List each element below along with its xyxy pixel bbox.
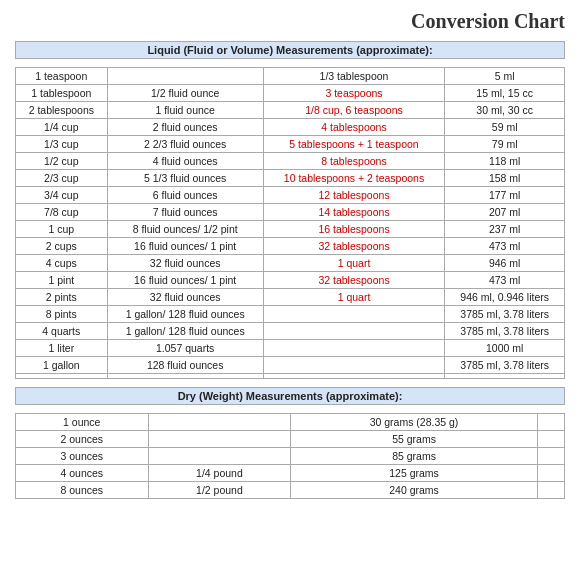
table-cell: 158 ml: [445, 170, 565, 187]
table-cell: 1 fluid ounce: [107, 102, 263, 119]
table-cell: 946 ml: [445, 255, 565, 272]
table-cell: [263, 323, 445, 340]
table-row: 1/3 cup2 2/3 fluid ounces5 tablespoons +…: [16, 136, 565, 153]
table-cell: [107, 68, 263, 85]
table-row: 3/4 cup6 fluid ounces12 tablespoons177 m…: [16, 187, 565, 204]
table-cell: 14 tablespoons: [263, 204, 445, 221]
table-cell: [148, 448, 291, 465]
table-cell: [148, 414, 291, 431]
table-cell: [263, 306, 445, 323]
table-cell: 125 grams: [291, 465, 538, 482]
table-cell: 1 tablespoon: [16, 85, 108, 102]
liquid-table: Liquid (Fluid or Volume) Measurements (a…: [15, 41, 565, 59]
table-row: 8 pints1 gallon/ 128 fluid ounces3785 ml…: [16, 306, 565, 323]
table-cell: 1 gallon/ 128 fluid ounces: [107, 306, 263, 323]
table-cell: 240 grams: [291, 482, 538, 499]
table-cell: 3 teaspoons: [263, 85, 445, 102]
table-cell: 3/4 cup: [16, 187, 108, 204]
table-cell: 8 ounces: [16, 482, 149, 499]
table-cell: 32 tablespoons: [263, 238, 445, 255]
table-cell: 1 gallon: [16, 357, 108, 374]
table-cell: 177 ml: [445, 187, 565, 204]
table-cell: [537, 465, 564, 482]
table-cell: 12 tablespoons: [263, 187, 445, 204]
table-cell: 1 ounce: [16, 414, 149, 431]
table-cell: 55 grams: [291, 431, 538, 448]
table-row: 4 ounces1/4 pound125 grams: [16, 465, 565, 482]
table-cell: 30 ml, 30 cc: [445, 102, 565, 119]
table-cell: 30 grams (28.35 g): [291, 414, 538, 431]
table-cell: 3785 ml, 3.78 liters: [445, 323, 565, 340]
table-cell: 946 ml, 0.946 liters: [445, 289, 565, 306]
table-cell: 3 ounces: [16, 448, 149, 465]
table-row: 4 quarts1 gallon/ 128 fluid ounces3785 m…: [16, 323, 565, 340]
table-cell: 5 tablespoons + 1 teaspoon: [263, 136, 445, 153]
table-row: 2 tablespoons1 fluid ounce1/8 cup, 6 tea…: [16, 102, 565, 119]
table-row: 2 cups16 fluid ounces/ 1 pint32 tablespo…: [16, 238, 565, 255]
liquid-section-header: Liquid (Fluid or Volume) Measurements (a…: [16, 42, 565, 59]
table-cell: [537, 482, 564, 499]
table-cell: 118 ml: [445, 153, 565, 170]
dry-section-table: Dry (Weight) Measurements (approximate):: [15, 387, 565, 405]
table-cell: 3785 ml, 3.78 liters: [445, 357, 565, 374]
table-cell: 5 1/3 fluid ounces: [107, 170, 263, 187]
liquid-data-table: 1 teaspoon1/3 tablespoon5 ml1 tablespoon…: [15, 67, 565, 379]
table-cell: 1/3 tablespoon: [263, 68, 445, 85]
table-cell: 1 pint: [16, 272, 108, 289]
table-cell: 16 fluid ounces/ 1 pint: [107, 272, 263, 289]
table-cell: 1/2 pound: [148, 482, 291, 499]
table-cell: 207 ml: [445, 204, 565, 221]
table-cell: 85 grams: [291, 448, 538, 465]
table-cell: 8 fluid ounces/ 1/2 pint: [107, 221, 263, 238]
table-cell: 4 cups: [16, 255, 108, 272]
table-cell: 16 tablespoons: [263, 221, 445, 238]
table-cell: 1000 ml: [445, 340, 565, 357]
table-cell: 1 gallon/ 128 fluid ounces: [107, 323, 263, 340]
table-cell: 7 fluid ounces: [107, 204, 263, 221]
table-cell: 1 teaspoon: [16, 68, 108, 85]
table-cell: 4 fluid ounces: [107, 153, 263, 170]
table-cell: 32 fluid ounces: [107, 255, 263, 272]
table-cell: 4 ounces: [16, 465, 149, 482]
table-cell: 1 liter: [16, 340, 108, 357]
table-row: 4 cups32 fluid ounces1 quart946 ml: [16, 255, 565, 272]
table-row: 1 gallon128 fluid ounces3785 ml, 3.78 li…: [16, 357, 565, 374]
table-cell: [537, 431, 564, 448]
table-cell: 2 cups: [16, 238, 108, 255]
table-cell: 128 fluid ounces: [107, 357, 263, 374]
table-cell: 1/8 cup, 6 teaspoons: [263, 102, 445, 119]
table-cell: 1/4 pound: [148, 465, 291, 482]
table-cell: 4 quarts: [16, 323, 108, 340]
table-cell: [263, 357, 445, 374]
table-cell: 473 ml: [445, 272, 565, 289]
table-row: 1 pint16 fluid ounces/ 1 pint32 tablespo…: [16, 272, 565, 289]
table-cell: [148, 431, 291, 448]
dry-section-header: Dry (Weight) Measurements (approximate):: [16, 388, 565, 405]
table-cell: 473 ml: [445, 238, 565, 255]
table-cell: 2 tablespoons: [16, 102, 108, 119]
table-cell: 5 ml: [445, 68, 565, 85]
table-cell: 15 ml, 15 cc: [445, 85, 565, 102]
table-cell: 32 tablespoons: [263, 272, 445, 289]
table-row: 8 ounces1/2 pound240 grams: [16, 482, 565, 499]
table-row: 1 liter1.057 quarts1000 ml: [16, 340, 565, 357]
table-cell: [263, 340, 445, 357]
table-cell: 1 quart: [263, 255, 445, 272]
table-cell: 3785 ml, 3.78 liters: [445, 306, 565, 323]
table-row: 2 pints32 fluid ounces1 quart946 ml, 0.9…: [16, 289, 565, 306]
table-cell: 1 quart: [263, 289, 445, 306]
table-row: 1 tablespoon1/2 fluid ounce3 teaspoons15…: [16, 85, 565, 102]
table-row: 1 teaspoon1/3 tablespoon5 ml: [16, 68, 565, 85]
table-cell: 1/2 cup: [16, 153, 108, 170]
table-row: 1 ounce30 grams (28.35 g): [16, 414, 565, 431]
table-row: 7/8 cup7 fluid ounces14 tablespoons207 m…: [16, 204, 565, 221]
table-cell: 59 ml: [445, 119, 565, 136]
table-row: 1 cup8 fluid ounces/ 1/2 pint16 tablespo…: [16, 221, 565, 238]
table-cell: 79 ml: [445, 136, 565, 153]
table-cell: 1 cup: [16, 221, 108, 238]
table-cell: 237 ml: [445, 221, 565, 238]
dry-data-table: 1 ounce30 grams (28.35 g)2 ounces55 gram…: [15, 413, 565, 499]
table-cell: [537, 414, 564, 431]
table-cell: 1/4 cup: [16, 119, 108, 136]
table-cell: 7/8 cup: [16, 204, 108, 221]
